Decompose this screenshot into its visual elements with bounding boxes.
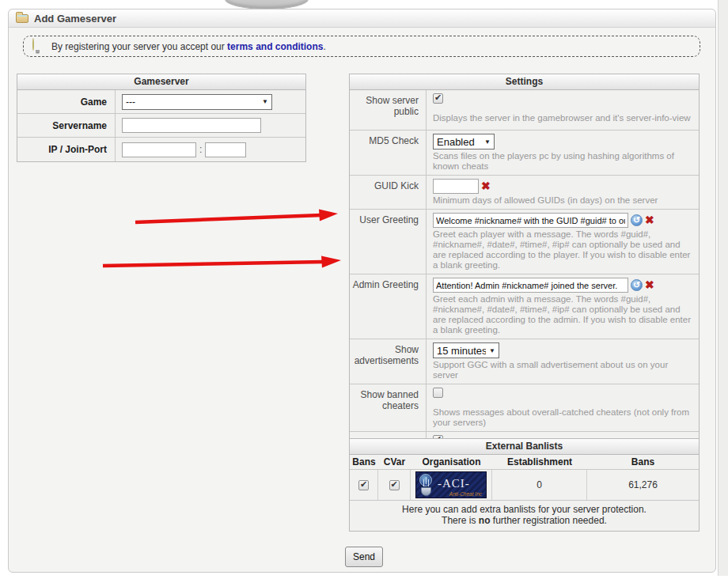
gameserver-table-title: Gameserver <box>17 74 305 90</box>
ip-port-separator: : <box>199 144 202 155</box>
lightbulb-icon <box>32 39 43 54</box>
guid-kick-description: Minimum days of allowed GUIDs (in days) … <box>433 195 694 206</box>
column-organisation: Organisation <box>411 456 492 467</box>
servername-input[interactable] <box>122 118 261 133</box>
game-select[interactable]: --- ▼ <box>122 94 272 110</box>
settings-table: Settings Show server public Displays the… <box>349 74 700 470</box>
md5-check-select[interactable]: Enabled ▼ <box>433 134 495 149</box>
user-greeting-row: User Greeting ↺ ✖ Greet each player with… <box>350 210 699 274</box>
aci-shield-icon <box>421 487 431 496</box>
servername-row: Servername <box>17 114 305 138</box>
show-advertisements-label: Show advertisements <box>350 339 427 384</box>
show-advertisements-row: Show advertisements 15 minutes ▼ Support… <box>350 339 699 384</box>
aci-logo-subtext: Anti-Cheat Inc <box>449 491 482 497</box>
terms-and-conditions-link[interactable]: terms and conditions <box>227 41 323 52</box>
aci-organisation-logo[interactable]: -ACI- Anti-Cheat Inc <box>415 471 487 498</box>
banlists-column-headers: Bans CVar Organisation Establishment Ban… <box>350 455 699 470</box>
game-label: Game <box>17 90 116 113</box>
page-title: Add Gameserver <box>34 13 116 25</box>
guid-kick-label: GUID Kick <box>350 176 427 209</box>
banlists-footer: Here you can add extra banlists for your… <box>350 501 699 531</box>
chevron-down-icon: ▼ <box>262 98 268 105</box>
show-banned-cheaters-checkbox[interactable] <box>433 388 443 398</box>
ip-input[interactable] <box>122 142 196 157</box>
aci-emblem-icon <box>419 474 432 486</box>
column-bans-count: Bans <box>587 456 699 467</box>
show-banned-cheaters-row: Show banned cheaters Shows messages abou… <box>350 384 699 432</box>
show-banned-cheaters-description: Shows messages about overall-catched che… <box>433 407 694 428</box>
aci-bans-checkbox[interactable] <box>358 480 369 490</box>
aci-establishment-value: 0 <box>492 470 587 500</box>
admin-greeting-label: Admin Greeting <box>350 274 427 339</box>
external-banlists-title: External Banlists <box>350 439 699 455</box>
delete-icon[interactable]: ✖ <box>481 181 491 191</box>
show-banned-cheaters-label: Show banned cheaters <box>350 384 427 431</box>
guid-kick-input[interactable] <box>433 179 479 194</box>
delete-icon[interactable]: ✖ <box>645 215 654 225</box>
ip-port-label: IP / Join-Port <box>17 138 116 161</box>
servername-label: Servername <box>17 114 116 137</box>
aci-cvar-checkbox[interactable] <box>389 480 400 490</box>
terms-notice: By registering your server you accept ou… <box>23 36 700 57</box>
panel-titlebar: Add Gameserver <box>9 9 715 28</box>
column-bans: Bans <box>350 456 378 467</box>
game-row: Game --- ▼ <box>17 90 305 114</box>
gameserver-table: Gameserver Game --- ▼ Servername IP / Jo… <box>17 74 306 162</box>
external-banlists-table: External Banlists Bans CVar Organisation… <box>349 438 700 532</box>
reset-icon[interactable]: ↺ <box>631 279 643 291</box>
delete-icon[interactable]: ✖ <box>645 280 654 290</box>
add-gameserver-panel: Add Gameserver By registering your serve… <box>8 9 716 573</box>
port-input[interactable] <box>205 142 246 157</box>
aci-bans-value: 61,276 <box>587 470 699 500</box>
show-server-public-checkbox[interactable] <box>433 93 443 104</box>
md5-check-row: MD5 Check Enabled ▼ Scans files on the p… <box>350 131 699 176</box>
admin-greeting-row: Admin Greeting ↺ ✖ Greet each admin with… <box>350 274 699 339</box>
user-greeting-input[interactable] <box>433 213 628 228</box>
user-greeting-label: User Greeting <box>350 210 427 274</box>
reset-icon[interactable]: ↺ <box>631 214 643 226</box>
show-advertisements-description: Support GGC with a small advertisement a… <box>433 360 694 380</box>
chevron-down-icon: ▼ <box>484 138 491 146</box>
notice-text: By registering your server you accept ou… <box>51 41 326 52</box>
column-cvar: CVar <box>378 456 411 467</box>
md5-check-description: Scans files on the players pc by using h… <box>433 151 694 172</box>
page-right-gutter <box>718 0 728 576</box>
ip-port-row: IP / Join-Port : <box>17 138 305 161</box>
show-advertisements-select[interactable]: 15 minutes ▼ <box>433 342 499 358</box>
md5-check-label: MD5 Check <box>350 131 427 175</box>
admin-greeting-input[interactable] <box>433 278 628 293</box>
send-button[interactable]: Send <box>345 547 383 567</box>
folder-icon <box>16 14 28 23</box>
guid-kick-row: GUID Kick ✖ Minimum days of allowed GUID… <box>350 176 699 210</box>
show-server-public-row: Show server public Displays the server i… <box>350 90 699 131</box>
user-greeting-description: Greet each player with a message. The wo… <box>433 229 694 271</box>
chevron-down-icon: ▼ <box>489 347 495 354</box>
aci-logo-text: -ACI- <box>438 477 470 490</box>
settings-table-title: Settings <box>350 74 699 90</box>
admin-greeting-description: Greet each admin with a message. The wor… <box>433 294 694 335</box>
show-server-public-description: Displays the server in the gamebrowser a… <box>433 113 694 123</box>
show-server-public-label: Show server public <box>350 90 427 130</box>
column-establishment: Establishment <box>492 456 587 467</box>
banlist-row-aci: -ACI- Anti-Cheat Inc 0 61,276 <box>350 470 699 501</box>
